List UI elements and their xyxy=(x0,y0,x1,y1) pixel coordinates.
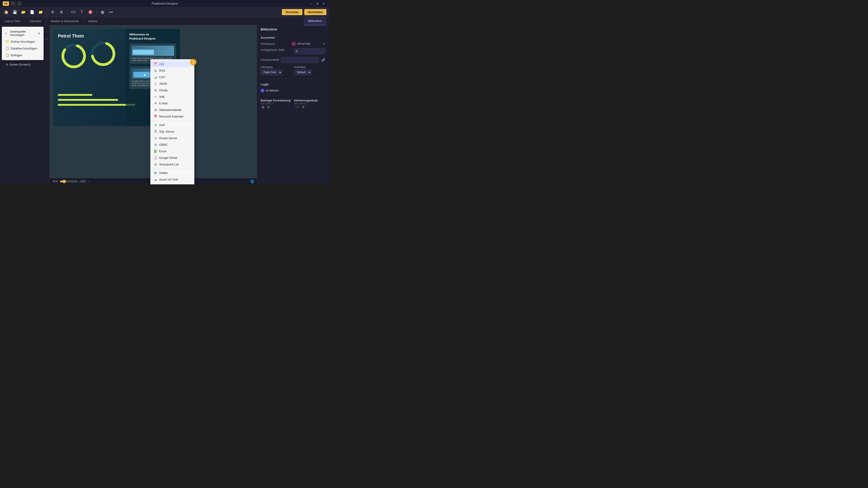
ds-item-email[interactable]: ✉ E-Mail xyxy=(151,100,194,107)
ds-oracle-label: Oracle Server xyxy=(159,136,177,140)
new-button[interactable]: 📄 xyxy=(29,8,36,16)
ds-kalender-label: Microsoft Kalender xyxy=(159,115,184,118)
ds-item-odata[interactable]: ⊞ OData xyxy=(151,87,194,94)
zoom-slider[interactable] xyxy=(60,180,78,183)
explorer-context-menu: + Datenquelle hinzufügen ▶ 📁 Ordner hinz… xyxy=(2,27,43,60)
bedingte-grid-btn[interactable]: ▦ xyxy=(260,105,265,109)
ds-xml-icon: <> xyxy=(154,96,157,98)
aktivierungsskript-col: Aktivierungsskript Not defined </> 🗑 xyxy=(294,99,326,109)
uebergang-select[interactable]: Fade Over xyxy=(260,69,282,75)
checkbox-icon[interactable]: ✓ xyxy=(260,89,264,92)
open-button[interactable]: 📂 xyxy=(20,8,27,16)
target-button[interactable]: 🎯 xyxy=(87,8,94,16)
ctx-datenquelle[interactable]: + Datenquelle hinzufügen ▶ xyxy=(2,28,43,38)
uebergang-animation-section: Übergang Fade Over Animation Default xyxy=(257,64,329,76)
ds-twitter-label: Twitter xyxy=(159,171,168,175)
preview-button[interactable]: Vorschau xyxy=(282,9,302,15)
upload-button[interactable]: Hochladen xyxy=(304,9,327,15)
ds-item-xml[interactable]: <> XML xyxy=(151,94,194,100)
ds-item-rss[interactable]: 📡 RSS xyxy=(151,67,194,74)
ctx-datenquelle-label: Datenquelle hinzufügen xyxy=(10,30,37,37)
animation-select[interactable]: Default xyxy=(294,69,311,75)
ds-csv-label: CSV xyxy=(159,75,165,79)
maximize-button[interactable]: ⧉ xyxy=(315,1,320,6)
right-panel-header: Bildschirm xyxy=(257,25,329,34)
ctx-dataflow[interactable]: 📋 Dataflow hinzufügen xyxy=(2,45,43,52)
ds-sap-icon: S xyxy=(154,123,157,127)
ds-odbc-label: ODBC xyxy=(159,143,168,147)
ds-sharepoint-icon: ⊞ xyxy=(154,163,157,166)
ds-item-webseitentabelle[interactable]: ⊞ Webseitentabelle xyxy=(151,107,194,113)
logik-title: Logik xyxy=(257,80,329,88)
anzeigedauer-label: Anzeigedauer (Sek) xyxy=(260,48,292,52)
ds-item-excel[interactable]: 📗 Excel xyxy=(151,148,194,155)
fit-icon[interactable]: ↔ xyxy=(87,180,90,183)
ds-sqlserver-icon: 🗄 xyxy=(154,130,157,133)
aktivierungsskript-code-btn[interactable]: </> xyxy=(294,105,300,109)
ds-azure-iot-icon: ☁ xyxy=(154,178,157,181)
ds-item-zeit[interactable]: ⏰ Zeit 3 xyxy=(151,61,194,67)
ds-sap-label: SAP xyxy=(159,123,165,127)
forward-button[interactable]: → xyxy=(17,1,22,6)
ds-item-sharepoint[interactable]: ⊞ Sharepoint List xyxy=(151,161,194,168)
hintergrundbild-label: Hintergrundbild xyxy=(260,58,279,61)
animation-label: Animation xyxy=(294,66,326,69)
window-controls: — ⧉ ✕ xyxy=(308,1,327,6)
settings-button[interactable]: ⚙ xyxy=(49,8,56,16)
hintergrund-dropdown-icon[interactable]: ▼ xyxy=(323,42,326,45)
zoom-100[interactable]: |100| xyxy=(80,180,86,183)
hintergrundbild-delete-btn[interactable]: 🗑 xyxy=(328,58,329,62)
tab-medien[interactable]: Medien & Dokumente xyxy=(46,17,84,25)
title-bar: PB ← → Peakboard Designer — ⧉ ✕ xyxy=(0,0,329,7)
more-button[interactable]: ••• xyxy=(107,8,115,16)
hintergrund-color-swatch[interactable] xyxy=(292,42,296,46)
ctx-einfuegen-label: Einfügen xyxy=(11,54,22,57)
back-button[interactable]: ← xyxy=(11,1,16,6)
gauge-svg-2 xyxy=(90,40,117,67)
ds-kalender-icon: 📅 xyxy=(154,115,157,118)
hintergrundbild-link-btn[interactable]: 🔗 xyxy=(320,58,326,62)
bedingte-icons: ▦ 🗑 xyxy=(260,105,292,109)
home-button[interactable]: 🏠 xyxy=(3,8,10,16)
ds-item-csv[interactable]: 📊 CSV xyxy=(151,74,194,80)
grid-button[interactable]: ▦ xyxy=(99,8,106,16)
minimize-button[interactable]: — xyxy=(308,1,314,6)
ds-item-twitter[interactable]: 🐦 Twitter xyxy=(151,170,194,176)
hintergrund-value: #FF327788 xyxy=(297,42,321,45)
ds-item-kalender[interactable]: 📅 Microsoft Kalender xyxy=(151,113,194,120)
tab-andere[interactable]: Andere xyxy=(84,17,102,25)
tree-screen[interactable]: 🖥 Screen (Screen1) xyxy=(4,62,50,67)
folder-button[interactable]: 📁 xyxy=(37,8,44,16)
aktivierungsskript-delete-btn[interactable]: 🗑 xyxy=(301,105,306,109)
ds-zeit-label: Zeit xyxy=(159,62,164,66)
ds-googlesheet-icon: 📋 xyxy=(154,156,157,160)
text-button[interactable]: T xyxy=(78,8,86,16)
tab-lists-tiles[interactable]: Lists & Tiles xyxy=(0,17,25,25)
ds-item-oracle[interactable]: ⊙ Oracle Server xyxy=(151,135,194,141)
screen-button[interactable]: 🖥 xyxy=(58,8,65,16)
ds-item-googlesheet[interactable]: 📋 Google Sheet xyxy=(151,155,194,161)
tab-interaktiv[interactable]: Interaktiv xyxy=(25,17,46,25)
tab-bildschirm[interactable]: Bildschirm xyxy=(304,17,327,25)
ctx-einfuegen[interactable]: 📋 Einfügen xyxy=(2,52,43,59)
aktivierungsskript-not-defined: Not defined xyxy=(294,102,326,105)
ctx-ordner[interactable]: 📁 Ordner hinzufügen xyxy=(2,38,43,45)
save-button[interactable]: 💾 xyxy=(11,8,19,16)
ds-item-sqlserver[interactable]: 🗄 SQL Server xyxy=(151,128,194,135)
ds-item-azure-iot[interactable]: ☁ Azure IoT Hub xyxy=(151,176,194,183)
datasource-menu: ⏰ Zeit 3 📡 RSS 📊 CSV {} JSON ⊞ xyxy=(150,59,194,184)
ds-sqlserver-label: SQL Server xyxy=(159,130,174,133)
ds-item-azure-event[interactable]: ☁ Azure Event Hub xyxy=(151,183,194,184)
ds-rss-icon: 📡 xyxy=(154,69,157,72)
code-button[interactable]: </> xyxy=(70,8,77,16)
anzeigedauer-input[interactable] xyxy=(294,48,326,54)
ds-item-json[interactable]: {} JSON xyxy=(151,80,194,87)
globe-icon[interactable]: 🌐 xyxy=(250,180,254,183)
close-button[interactable]: ✕ xyxy=(321,1,327,6)
ds-item-odbc[interactable]: ⊞ ODBC xyxy=(151,141,194,148)
hintergrundbild-input[interactable] xyxy=(281,57,319,63)
ds-csv-icon: 📊 xyxy=(154,75,157,79)
bedingte-delete-btn[interactable]: 🗑 xyxy=(266,105,271,109)
tab-bar: Lists & Tiles Interaktiv Medien & Dokume… xyxy=(0,17,329,25)
ds-item-sap[interactable]: S SAP xyxy=(151,122,194,128)
